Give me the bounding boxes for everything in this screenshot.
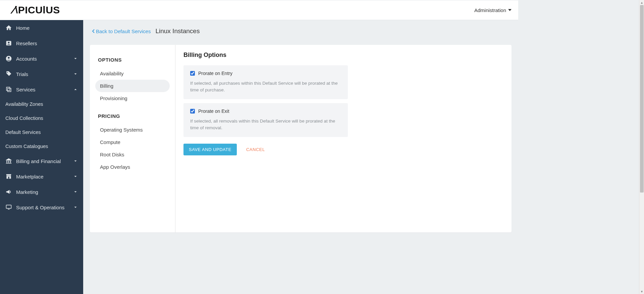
badge-icon [5, 40, 12, 47]
sidebar-item-label: Cloud Collections [5, 116, 78, 121]
sidebar-item-label: Resellers [16, 41, 78, 46]
content-panel: OPTIONS Availability Billing Provisionin… [90, 45, 512, 232]
option-app-overlays[interactable]: App Overlays [95, 161, 170, 173]
sidebar-item-label: Trials [16, 71, 69, 77]
scroll-down-icon[interactable]: ▼ [639, 289, 644, 294]
svg-rect-5 [6, 87, 10, 90]
bank-icon [5, 158, 12, 164]
sidebar-item-cloud-collections[interactable]: Cloud Collections [0, 111, 83, 125]
back-link[interactable]: Back to Default Services [92, 28, 151, 34]
sidebar-item-marketing[interactable]: Marketing [0, 184, 83, 200]
sidebar-item-home[interactable]: Home [0, 20, 83, 35]
monitor-icon [5, 204, 12, 211]
sidebar-item-label: Availability Zones [5, 101, 78, 107]
sidebar-item-resellers[interactable]: Resellers [0, 35, 83, 51]
prorate-entry-box: Prorate on Entry If selected, all purcha… [183, 65, 348, 99]
chevron-up-icon [73, 87, 78, 92]
caret-down-icon [508, 9, 512, 11]
svg-rect-13 [6, 205, 11, 208]
billing-options-panel: Billing Options Prorate on Entry If sele… [175, 45, 512, 232]
sidebar-item-label: Support & Operations [16, 205, 69, 210]
svg-point-3 [8, 57, 9, 59]
action-row: SAVE AND UPDATE CANCEL [183, 144, 503, 155]
brand-logo: /\PICUlUS [12, 4, 60, 16]
page-scrollbar[interactable]: ▲ ▼ [639, 0, 644, 294]
layers-icon [5, 86, 12, 93]
prorate-exit-label: Prorate on Exit [198, 108, 229, 114]
sidebar-item-custom-catalogues[interactable]: Custom Catalogues [0, 139, 83, 153]
sidebar-item-services[interactable]: Services [0, 82, 83, 97]
store-icon [5, 173, 12, 180]
save-and-update-button[interactable]: SAVE AND UPDATE [183, 144, 237, 155]
page-title: Linux Instances [155, 27, 200, 35]
sidebar-item-label: Home [16, 25, 78, 31]
svg-rect-10 [6, 163, 12, 164]
home-icon [5, 24, 12, 31]
option-operating-systems[interactable]: Operating Systems [95, 124, 170, 136]
panel-title: Billing Options [183, 52, 503, 59]
user-circle-icon [5, 55, 12, 62]
prorate-exit-box: Prorate on Exit If selected, all removal… [183, 103, 348, 137]
administration-dropdown[interactable]: Administration [474, 7, 512, 13]
svg-rect-14 [8, 209, 10, 210]
sidebar-item-support-operations[interactable]: Support & Operations [0, 200, 83, 215]
sidebar-item-marketplace[interactable]: Marketplace [0, 169, 83, 184]
svg-point-1 [8, 42, 10, 44]
sidebar-item-default-services[interactable]: Default Services [0, 125, 83, 139]
cancel-button[interactable]: CANCEL [246, 147, 265, 152]
sidebar-item-label: Services [16, 87, 69, 92]
main-content: Back to Default Services Linux Instances… [83, 20, 518, 294]
sidebar-item-label: Billing and Financial [16, 158, 69, 164]
sidebar-item-accounts[interactable]: Accounts [0, 51, 83, 66]
sidebar-item-trials[interactable]: Trials [0, 66, 83, 82]
chevron-down-icon [73, 56, 78, 61]
option-provisioning[interactable]: Provisioning [95, 92, 170, 104]
prorate-exit-checkbox[interactable] [190, 109, 195, 114]
prorate-entry-checkbox[interactable] [190, 71, 195, 76]
megaphone-icon [5, 189, 12, 195]
pricing-section-title: PRICING [98, 113, 167, 119]
breadcrumb: Back to Default Services Linux Instances [83, 20, 518, 45]
svg-rect-8 [8, 161, 9, 163]
sidebar: Home Resellers Accounts Trials Services [0, 20, 83, 294]
admin-label: Administration [474, 7, 506, 13]
chevron-down-icon [73, 190, 78, 194]
sidebar-item-label: Custom Catalogues [5, 144, 78, 149]
sidebar-item-label: Default Services [5, 130, 78, 135]
option-root-disks[interactable]: Root Disks [95, 148, 170, 161]
chevron-down-icon [73, 205, 78, 210]
option-billing[interactable]: Billing [95, 80, 170, 92]
scroll-up-icon[interactable]: ▲ [639, 0, 644, 5]
chevron-down-icon [73, 174, 78, 179]
prorate-entry-desc: If selected, all purchases within this D… [190, 80, 341, 93]
svg-rect-6 [8, 88, 11, 92]
top-bar: /\PICUlUS Administration [0, 0, 518, 20]
options-section-title: OPTIONS [98, 57, 167, 63]
svg-rect-7 [6, 161, 7, 163]
tag-icon [5, 71, 12, 77]
option-availability[interactable]: Availability [95, 67, 170, 80]
svg-point-4 [7, 72, 8, 73]
sidebar-item-label: Marketplace [16, 174, 69, 179]
options-panel: OPTIONS Availability Billing Provisionin… [90, 45, 175, 232]
scrollbar-thumb[interactable] [640, 5, 644, 193]
sidebar-item-availability-zones[interactable]: Availability Zones [0, 97, 83, 111]
svg-rect-9 [10, 161, 11, 163]
back-label: Back to Default Services [96, 28, 151, 34]
prorate-exit-desc: If selected, all removals within this De… [190, 118, 341, 131]
sidebar-item-billing-financial[interactable]: Billing and Financial [0, 153, 83, 169]
prorate-entry-label: Prorate on Entry [198, 71, 232, 76]
chevron-down-icon [73, 72, 78, 76]
svg-rect-12 [8, 177, 9, 179]
chevron-down-icon [73, 159, 78, 163]
sidebar-item-label: Accounts [16, 56, 69, 62]
chevron-left-icon [92, 29, 95, 33]
option-compute[interactable]: Compute [95, 136, 170, 148]
sidebar-item-label: Marketing [16, 189, 69, 195]
